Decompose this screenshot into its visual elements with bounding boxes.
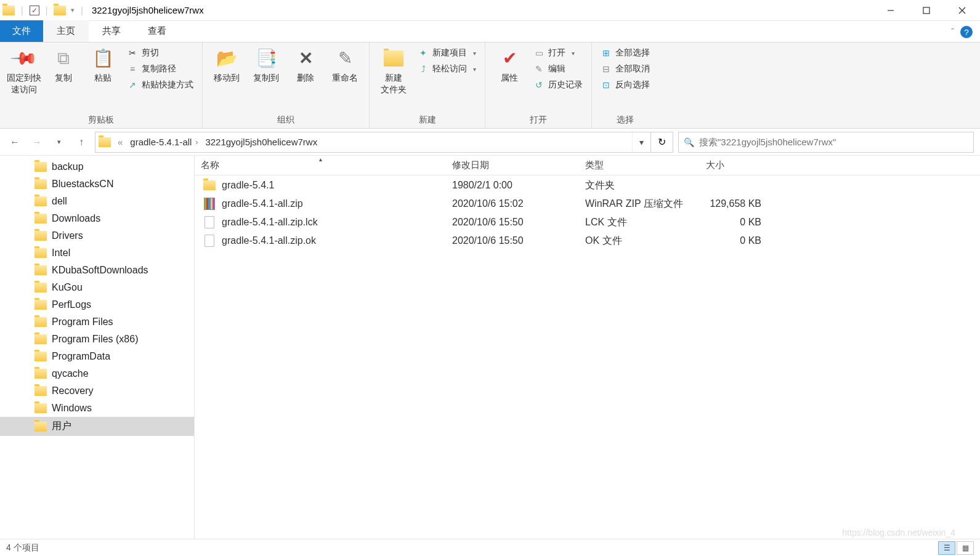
rename-icon: ✎ <box>334 47 356 70</box>
paste-button[interactable]: 📋粘贴 <box>84 45 122 86</box>
folder-icon <box>34 300 47 310</box>
group-label: 打开 <box>490 112 586 127</box>
status-bar: 4 个项目 https://blog.csdn.net/weixin_4 ☰ ▦ <box>0 539 980 556</box>
folder-icon <box>34 422 47 432</box>
file-row[interactable]: gradle-5.4.1-all.zip2020/10/6 15:02WinRA… <box>195 194 980 212</box>
column-headers[interactable]: 名称▴ 修改日期 类型 大小 <box>195 156 980 175</box>
group-label: 新建 <box>375 112 480 127</box>
crumb-2[interactable]: 3221gyojl5jsh0helicew7rwx <box>201 137 321 147</box>
tree-node[interactable]: Program Files (x86) <box>0 331 194 348</box>
maximize-button[interactable] <box>909 0 944 21</box>
col-size[interactable]: 大小 <box>700 159 767 171</box>
folder-tree[interactable]: backupBluestacksCNdellDownloadsDriversIn… <box>0 156 195 539</box>
tree-node[interactable]: KDubaSoftDownloads <box>0 262 194 279</box>
qa-checkbox-icon[interactable]: ✓ <box>30 6 39 15</box>
file-list: gradle-5.4.11980/2/1 0:00文件夹gradle-5.4.1… <box>195 175 980 539</box>
group-clipboard: 📌固定到快 速访问 ⧉复制 📋粘贴 ✂剪切 ≡复制路径 ↗粘贴快捷方式 剪贴板 <box>0 42 203 128</box>
file-size: 0 KB <box>700 217 767 228</box>
tree-node[interactable]: backup <box>0 158 194 175</box>
tree-node[interactable]: Downloads <box>0 210 194 227</box>
window-folder-icon <box>54 6 66 15</box>
search-box[interactable]: 🔍 <box>678 132 974 153</box>
copyto-button[interactable]: 📑复制到 <box>247 45 285 86</box>
selectinvert-button[interactable]: ⊡反向选择 <box>599 78 651 92</box>
scissors-icon: ✂ <box>127 47 138 58</box>
help-icon[interactable]: ? <box>960 26 973 38</box>
tab-share[interactable]: 共享 <box>89 20 134 42</box>
group-label: 选择 <box>597 112 654 127</box>
edit-button[interactable]: ✎编辑 <box>532 62 584 76</box>
cut-button[interactable]: ✂剪切 <box>126 46 195 60</box>
file-size: 0 KB <box>700 235 767 246</box>
tree-node[interactable]: dell <box>0 193 194 210</box>
col-name[interactable]: 名称▴ <box>195 159 446 171</box>
col-type[interactable]: 类型 <box>579 159 700 171</box>
col-date[interactable]: 修改日期 <box>446 159 579 171</box>
crumb-prev[interactable]: « <box>114 137 126 147</box>
tree-node[interactable]: Windows <box>0 400 194 417</box>
newitem-button[interactable]: ✦新建项目▾ <box>416 46 477 60</box>
pasteshortcut-button[interactable]: ↗粘贴快捷方式 <box>126 78 195 92</box>
tree-node[interactable]: 用户 <box>0 417 194 436</box>
tree-node[interactable]: PerfLogs <box>0 296 194 313</box>
tree-node[interactable]: Drivers <box>0 227 194 244</box>
tab-view[interactable]: 查看 <box>134 20 180 42</box>
ribbon-help: ˆ ? <box>944 22 980 42</box>
forward-button[interactable]: → <box>28 134 46 151</box>
file-size: 129,658 KB <box>700 198 767 209</box>
dropdown-icon[interactable]: ▾ <box>71 6 75 14</box>
up-button[interactable]: ↑ <box>73 134 90 151</box>
close-button[interactable] <box>944 0 980 21</box>
tab-home[interactable]: 主页 <box>43 20 89 42</box>
back-button[interactable]: ← <box>6 134 23 151</box>
minimize-button[interactable] <box>873 0 909 21</box>
open-button[interactable]: ▭打开▾ <box>532 46 584 60</box>
selectnone-button[interactable]: ⊟全部取消 <box>599 62 651 76</box>
paste-icon: 📋 <box>92 47 114 70</box>
address-dropdown[interactable]: ▾ <box>632 132 650 152</box>
tree-node[interactable]: Recovery <box>0 382 194 400</box>
search-input[interactable] <box>699 137 968 147</box>
tree-node[interactable]: qycache <box>0 365 194 382</box>
tree-node[interactable]: ProgramData <box>0 348 194 365</box>
folder-icon <box>34 317 47 327</box>
view-icons-button[interactable]: ▦ <box>957 541 974 555</box>
status-text: 4 个项目 <box>6 542 39 554</box>
history-button[interactable]: ↺历史记录 <box>532 78 584 92</box>
folder-icon <box>34 179 47 189</box>
tree-node[interactable]: KuGou <box>0 279 194 296</box>
tree-node[interactable]: Program Files <box>0 313 194 331</box>
refresh-button[interactable]: ↻ <box>650 132 673 152</box>
crumb-1[interactable]: gradle-5.4.1-all› <box>126 137 201 147</box>
tree-node[interactable]: BluestacksCN <box>0 175 194 193</box>
folder-icon <box>34 162 47 172</box>
file-row[interactable]: gradle-5.4.1-all.zip.ok2020/10/6 15:50OK… <box>195 231 980 249</box>
rename-button[interactable]: ✎重命名 <box>326 45 364 86</box>
moveto-button[interactable]: 📂移动到 <box>208 45 246 86</box>
tree-node[interactable]: Intel <box>0 244 194 262</box>
easyaccess-button[interactable]: ⤴轻松访问▾ <box>416 62 477 76</box>
tab-file[interactable]: 文件 <box>0 20 43 42</box>
pin-button[interactable]: 📌固定到快 速访问 <box>5 45 43 98</box>
newfolder-button[interactable]: 新建 文件夹 <box>375 45 413 98</box>
copyto-icon: 📑 <box>255 47 277 70</box>
selectall-button[interactable]: ⊞全部选择 <box>599 46 651 60</box>
tree-label: PerfLogs <box>52 299 91 310</box>
copy-button[interactable]: ⧉复制 <box>44 45 83 86</box>
address-bar[interactable]: « gradle-5.4.1-all› 3221gyojl5jsh0helice… <box>95 132 673 153</box>
delete-button[interactable]: ✕删除 <box>286 45 325 86</box>
properties-button[interactable]: ✔属性 <box>490 45 528 86</box>
view-details-button[interactable]: ☰ <box>938 541 955 555</box>
file-row[interactable]: gradle-5.4.1-all.zip.lck2020/10/6 15:50L… <box>195 212 980 231</box>
tree-label: Intel <box>52 248 70 259</box>
tree-label: Program Files <box>52 316 113 328</box>
recent-button[interactable]: ▾ <box>51 134 68 151</box>
copypath-button[interactable]: ≡复制路径 <box>126 62 195 76</box>
file-row[interactable]: gradle-5.4.11980/2/1 0:00文件夹 <box>195 175 980 194</box>
sort-indicator-icon: ▴ <box>319 156 322 163</box>
group-organize: 📂移动到 📑复制到 ✕删除 ✎重命名 组织 <box>203 42 370 128</box>
folder-icon <box>34 214 47 224</box>
chevron-right-icon: › <box>195 138 198 147</box>
window-title: 3221gyojl5jsh0helicew7rwx <box>92 5 204 15</box>
collapse-ribbon-icon[interactable]: ˆ <box>951 27 954 37</box>
